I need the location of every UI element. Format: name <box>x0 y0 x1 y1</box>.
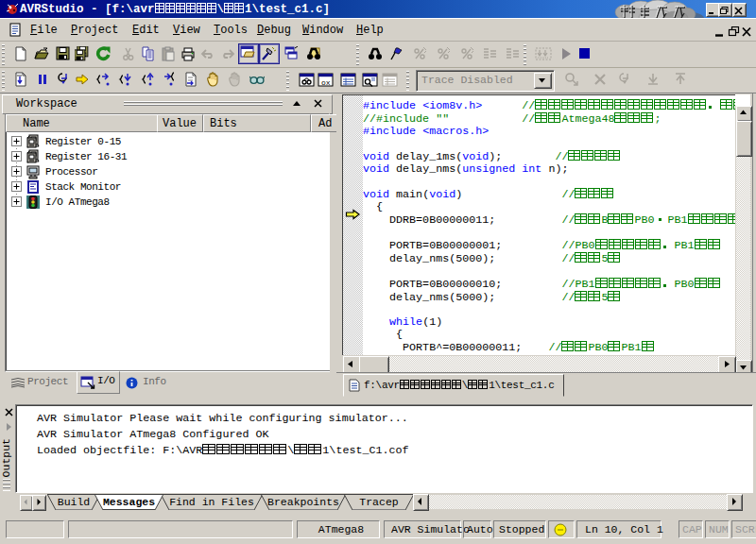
svg-text:ox: ox <box>321 78 331 87</box>
